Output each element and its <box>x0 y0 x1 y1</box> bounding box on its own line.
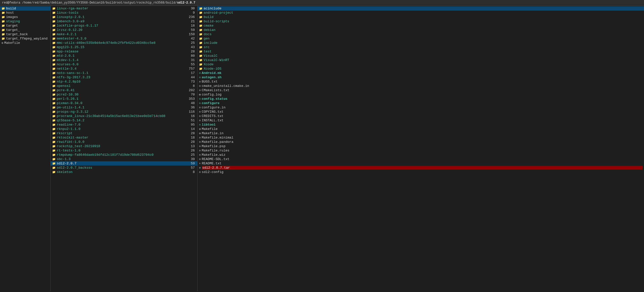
item-name: sdl2-2.0.7.tar <box>202 166 642 170</box>
middle-item[interactable]: 📁lockfile-progs-0.1.1718 <box>51 24 197 28</box>
right-item[interactable]: ≡COPYING.txt <box>198 110 644 114</box>
right-item[interactable]: ≡configure.in <box>198 105 644 110</box>
right-item[interactable]: ≡sdl2-config <box>198 170 644 174</box>
middle-item[interactable]: 📁ntp-4.2.8p1073 <box>51 80 197 84</box>
right-item[interactable]: 📁Xcode-iOS <box>198 67 644 71</box>
right-item[interactable]: 📁docs <box>198 32 644 36</box>
right-item[interactable]: ≡Makefile.rules <box>198 148 644 153</box>
right-item[interactable]: ⊞config.log <box>198 92 644 97</box>
left-item-images[interactable]: 📁images <box>0 15 50 19</box>
middle-item[interactable]: 📁skeleton8 <box>51 170 197 174</box>
right-item[interactable]: 📁gen <box>198 36 644 41</box>
middle-item[interactable]: 📁lrzsz-0.12.2059 <box>51 28 197 32</box>
right-item[interactable]: ≡configure <box>198 101 644 105</box>
middle-item[interactable]: 📁mtd-2.0.180 <box>51 54 197 58</box>
right-item[interactable]: ⬇README.txt <box>198 161 644 166</box>
right-item[interactable]: ≡BUGS.txt <box>198 80 644 84</box>
folder-icon: 📁 <box>199 37 203 40</box>
middle-item[interactable]: 📁rkwifibt-1.0.028 <box>51 140 197 144</box>
middle-item[interactable]: 📁rkscript28 <box>51 131 197 135</box>
middle-item[interactable]: 📁ncurses-6.055 <box>51 62 197 67</box>
middle-item[interactable]: 📁linux-tools9 <box>51 11 197 15</box>
middle-item[interactable]: 📁rtmpdump-fa8646daeb19dfd12c181f7d19de70… <box>51 153 197 157</box>
middle-item[interactable]: 📁procrank_linux-21c30ab4514a5b15ac6e813e… <box>51 114 197 118</box>
middle-item[interactable]: 📁openssl8 <box>51 84 197 88</box>
middle-item[interactable]: 📁linuxptp-2.0.1236 <box>51 15 197 19</box>
folder-icon: 📁 <box>52 67 56 70</box>
middle-item[interactable]: 📁mpg123-1.25.1543 <box>51 45 197 49</box>
right-item[interactable]: ≡Makefile.pandora <box>198 140 644 144</box>
middle-item[interactable]: 📁sdl2-2.0.759 <box>51 161 197 166</box>
item-count: 59 <box>186 28 196 32</box>
file-icon: ≡ <box>199 115 201 118</box>
left-item-target-back[interactable]: 📁target_back <box>0 32 50 36</box>
middle-item[interactable]: 📁rknpu2-1.1.014 <box>51 127 197 131</box>
right-item[interactable]: ≡Makefile.minimal <box>198 135 644 140</box>
middle-item[interactable]: 📁readline-7.095 <box>51 123 197 127</box>
middle-item[interactable]: 📁sbc-1.339 <box>51 157 197 161</box>
middle-item[interactable]: 📁mmc-utils-d40ec535b9d4e4c974e8c2fbfb422… <box>51 41 197 45</box>
right-item[interactable]: ≡Makefile.wiz <box>198 153 644 157</box>
middle-item[interactable]: 📁linux-rga-master30 <box>51 6 197 11</box>
middle-item[interactable]: 📁nettle-3.4757 <box>51 67 197 71</box>
middle-item[interactable]: 📁qt5base-5.14.251 <box>51 118 197 123</box>
middle-item[interactable]: 📁pixman-0.34.048 <box>51 101 197 105</box>
right-item[interactable]: 📁VisualC-WinRT <box>198 58 644 62</box>
right-item[interactable]: ⚙Makefile <box>198 127 644 131</box>
right-item[interactable]: ≡libtool <box>198 123 644 127</box>
middle-item[interactable]: 📁rockchip_test-2021091813 <box>51 144 197 148</box>
left-item-makefile[interactable]: ⚙Makefile <box>0 41 50 45</box>
middle-item[interactable]: 📁mtdev-1.1.431 <box>51 58 197 62</box>
item-name: linuxptp-2.0.1 <box>57 15 186 19</box>
item-name: sbc-1.3 <box>57 157 186 161</box>
middle-item[interactable]: 📁memtester-4.3.042 <box>51 36 197 41</box>
right-item[interactable]: 📁acinclude <box>198 6 644 11</box>
right-item[interactable]: ≡Android.mk <box>198 71 644 75</box>
right-item[interactable]: ≡cmake_uninstall.cmake.in <box>198 84 644 88</box>
right-item[interactable]: ≡config.status <box>198 97 644 101</box>
middle-item[interactable]: 📁make-4.2.1150 <box>51 32 197 36</box>
left-item-build[interactable]: 📁build <box>0 6 50 11</box>
right-item[interactable]: 📁build <box>198 15 644 19</box>
middle-item[interactable]: 📁pm-utils-1.4.136 <box>51 105 197 110</box>
middle-item[interactable]: 📁mpp-release28 <box>51 49 197 54</box>
middle-item[interactable]: 📁ntfs-3g-2017.3.2344 <box>51 75 197 80</box>
right-item[interactable]: 📁debian <box>198 28 644 32</box>
middle-item[interactable]: 📁pcre2-10.3070 <box>51 92 197 97</box>
item-name: Xcode-iOS <box>204 67 642 71</box>
folder-icon: 📁 <box>52 106 56 109</box>
left-item-target-[interactable]: 📁target_ <box>0 28 50 32</box>
right-item[interactable]: ≡Makefile.psp <box>198 144 644 148</box>
middle-item[interactable]: 📁pcre-8.41202 <box>51 88 197 92</box>
item-count: 25 <box>186 41 196 45</box>
right-item[interactable]: 📁android-project <box>198 11 644 15</box>
right-item[interactable]: ≡autogen.sh <box>198 75 644 80</box>
file-icon: ≡ <box>199 153 201 157</box>
right-item[interactable]: ≡INSTALL.txt <box>198 118 644 123</box>
item-count: 48 <box>186 101 196 105</box>
left-item-host[interactable]: 📁host <box>0 11 50 15</box>
right-item[interactable]: ≡README-SDL.txt <box>198 157 644 161</box>
title-bar: red@fedora /home/red/Samba/debian_yy3568… <box>0 0 644 6</box>
right-item[interactable]: ≡sdl2-2.0.7.tar <box>198 166 644 170</box>
left-item-target[interactable]: 📁target <box>0 24 50 28</box>
middle-item[interactable]: 📁rktoolkit-master18 <box>51 135 197 140</box>
right-item[interactable]: 📁VisualC <box>198 54 644 58</box>
right-item[interactable]: 📁src <box>198 45 644 49</box>
left-item-target-ffmpeg-wayland[interactable]: 📁target_ffmpeg_wayland <box>0 36 50 41</box>
right-item[interactable]: 📁build-scripts <box>198 19 644 24</box>
right-item[interactable]: ⚙Makefile.in <box>198 131 644 135</box>
middle-item[interactable]: 📁lmbench-3.0-a921 <box>51 19 197 24</box>
right-item[interactable]: 📁include <box>198 41 644 45</box>
middle-item[interactable]: 📁sdl2-2.0.7_backsss57 <box>51 166 197 170</box>
right-item[interactable]: 📁test <box>198 49 644 54</box>
right-item[interactable]: 📁cmake <box>198 24 644 28</box>
middle-item[interactable]: 📁perl-5.26.1353 <box>51 97 197 101</box>
middle-item[interactable]: 📁rt-tests-1.026 <box>51 148 197 153</box>
middle-item[interactable]: 📁noto-sans-sc-1.117 <box>51 71 197 75</box>
right-item[interactable]: ≡CMakeLists.txt <box>198 88 644 92</box>
left-item-staging[interactable]: 📁staging <box>0 19 50 24</box>
middle-item[interactable]: 📁procps-ng-3.3.12116 <box>51 110 197 114</box>
right-item[interactable]: 📁Xcode <box>198 62 644 67</box>
right-item[interactable]: ≡CREDITS.txt <box>198 114 644 118</box>
